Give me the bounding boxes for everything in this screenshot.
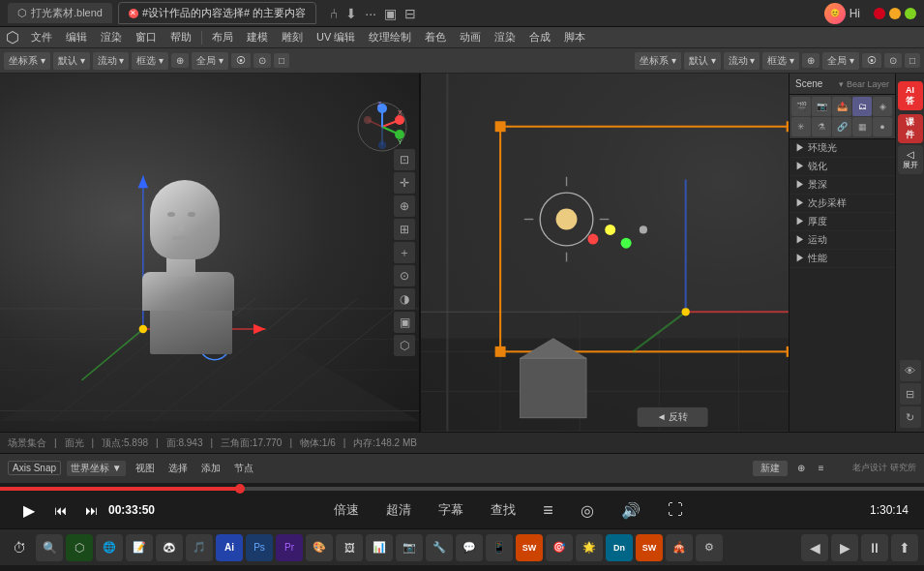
motion-section[interactable]: ▶ 运动 [790,231,895,250]
tb-icon-17[interactable]: SW [516,534,543,561]
eye-icon[interactable]: 👁 [900,360,921,381]
tb-icon-21[interactable]: SW [636,534,663,561]
output-icon[interactable]: 📤 [832,97,851,116]
reverse-btn[interactable]: ◄ 反转 [638,407,708,427]
object-icon[interactable]: ◈ [873,97,892,116]
video-tab[interactable]: ✕ #设计作品的内容选择# 的主要内容 [118,2,316,24]
play-btn[interactable]: ▶ [15,496,43,524]
ws-sculpt[interactable]: 雕刻 [276,28,309,46]
scale-icon2[interactable]: ⊞ [394,219,415,240]
ws-texture[interactable]: 纹理绘制 [363,28,417,46]
prop-icon[interactable]: ⊙ [394,265,415,286]
tb-upload-btn[interactable]: ⬆ [891,534,918,561]
default-btn-r[interactable]: 默认 ▾ [684,52,721,70]
coord-sys-btn[interactable]: 坐标系 ▾ [4,52,50,70]
add-icon[interactable]: ＋ [394,242,415,263]
view-btn[interactable]: 视图 [132,461,159,476]
global-btn[interactable]: 全局 ▾ [192,52,228,70]
video-tab-close[interactable]: ✕ [129,9,138,18]
smooth-btn[interactable]: 流动 ▾ [93,52,130,70]
xray-btn[interactable]: □ [274,53,289,68]
course-btn[interactable]: 课件 [898,114,923,143]
coord-sys-btn-r[interactable]: 坐标系 ▾ [635,52,681,70]
sidebar-icon[interactable]: ⊟ [404,6,416,21]
dof-section[interactable]: ▶ 景深 [790,176,895,195]
skip-next-btn[interactable]: ⏭ [77,496,104,524]
tb-back-btn[interactable]: ◀ [801,534,828,561]
global-btn-r[interactable]: 全局 ▾ [822,52,859,70]
expand-btn[interactable]: ◁展开 [898,145,923,174]
tb-icon-10[interactable]: 🎨 [306,534,333,561]
substeps-section[interactable]: ▶ 次步采样 [790,195,895,213]
blender-tab[interactable]: ⬡ 打光素材.blend [8,3,112,23]
fullscreen-btn[interactable]: ⛶ [664,499,687,521]
node-btn-b[interactable]: 节点 [230,461,257,476]
speed-btn[interactable]: 倍速 [330,499,363,521]
add-btn-b[interactable]: 添加 [197,461,224,476]
skip-prev-btn[interactable]: ⏮ [46,496,74,524]
select-btn-r[interactable]: 框选 ▾ [762,52,799,70]
menu-file[interactable]: 文件 [25,28,58,46]
new-btn-b[interactable]: 新建 [753,461,788,476]
ws-anim[interactable]: 动画 [454,28,487,46]
playlist-btn[interactable]: ≡ [539,498,557,523]
tb-icon-18[interactable]: 🎯 [546,534,573,561]
danmaku-btn[interactable]: ◎ [577,499,598,522]
tb-pause-btn[interactable]: ⏸ [861,534,888,561]
perf-section[interactable]: ▶ 性能 [790,250,895,268]
tb-icon-16[interactable]: 📱 [486,534,513,561]
env-section[interactable]: ▶ 环境光 [790,139,895,158]
refresh-icon[interactable]: ↻ [900,406,921,428]
tb-forward-btn[interactable]: ▶ [831,534,858,561]
ai-answer-btn[interactable]: AI答 [898,81,923,110]
ws-script[interactable]: 脚本 [558,28,591,46]
sharpen-section[interactable]: ▶ 锐化 [790,158,895,176]
proportional-btn-r[interactable]: ⊙ [884,53,902,68]
add-icon-b[interactable]: ⊕ [793,462,809,474]
profile-area[interactable]: 😊 Hi [824,3,860,24]
window-close[interactable] [874,8,885,19]
tb-icon-8[interactable]: Ps [246,534,273,561]
menu-window[interactable]: 窗口 [130,28,163,46]
viewport-right[interactable]: 物体 ▾ 用户透视 (229) 场景集合 | 面光 🔍 skin ● 🎨 [421,74,924,432]
tb-blender[interactable]: ⬡ [66,534,93,561]
render-icon-rp[interactable]: 📷 [812,97,831,116]
tb-icon-23[interactable]: ⚙ [696,534,723,561]
hd-btn[interactable]: 超清 [382,499,415,521]
material-icon[interactable]: ● [873,117,892,136]
search-btn[interactable]: 查找 [487,499,520,521]
view-layer-icon[interactable]: 🗂 [852,97,872,116]
vp-icon-7[interactable]: ◑ [394,288,415,310]
pivot-btn[interactable]: ⊕ [171,53,189,68]
tb-icon-19[interactable]: 🌟 [576,534,603,561]
particles-icon[interactable]: ✳ [791,117,811,136]
tb-icon-6[interactable]: 🎵 [186,534,213,561]
tb-icon-7[interactable]: Ai [216,534,243,561]
menu-edit[interactable]: 编辑 [60,28,93,46]
snap-toggle[interactable]: ⦿ [231,53,251,68]
window-maximize[interactable] [905,8,916,19]
viewport-left[interactable]: 物体 ▾ 用户透视 (229) 场景集合 | 面光 🔍 skin ● 🎨 ↖ ⊕… [0,74,421,432]
select-btn[interactable]: 框选 ▾ [132,52,168,70]
tb-icon-3[interactable]: 🌐 [96,534,123,561]
tb-icon-11[interactable]: 🖼 [336,534,363,561]
tb-icon-20[interactable]: Dn [606,534,633,561]
tb-icon-9[interactable]: Pr [276,534,303,561]
tb-icon-22[interactable]: 🎪 [666,534,693,561]
snap-toggle-r[interactable]: ⦿ [862,53,881,68]
ws-render[interactable]: 渲染 [489,28,522,46]
proportional-btn[interactable]: ⊙ [253,53,271,68]
volume-btn[interactable]: 🔊 [617,499,644,522]
xray-btn-r[interactable]: □ [905,53,920,68]
view-icon[interactable]: ⬡ [394,335,415,356]
menu-render[interactable]: 渲染 [95,28,128,46]
download-icon[interactable]: ⬇ [345,6,357,21]
cursor-icon[interactable]: ⊕ [394,195,415,217]
tb-icon-0[interactable]: ⏱ [6,534,33,561]
ws-shader[interactable]: 着色 [419,28,452,46]
ws-composite[interactable]: 合成 [523,28,556,46]
ws-model[interactable]: 建模 [241,28,274,46]
share-icon[interactable]: ⑃ [330,6,338,21]
tb-icon-4[interactable]: 📝 [126,534,153,561]
scene-icon[interactable]: 🎬 [791,97,811,116]
